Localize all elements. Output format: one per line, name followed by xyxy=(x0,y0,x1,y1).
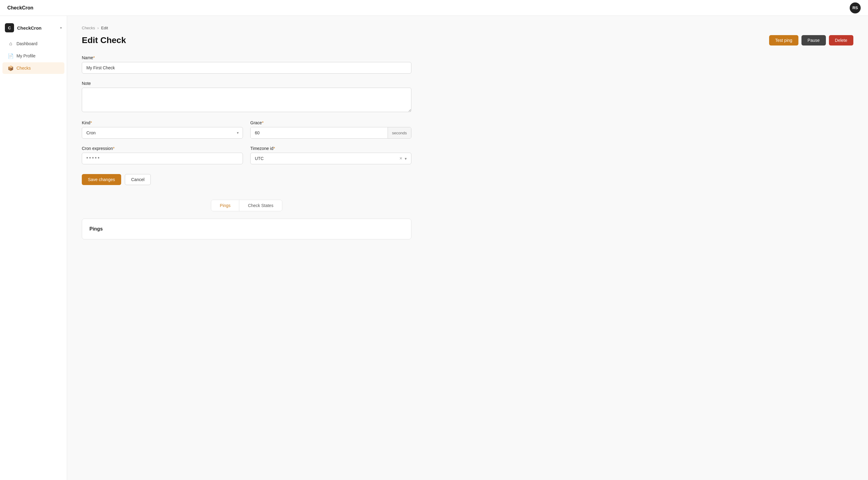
kind-label: Kind* xyxy=(82,120,243,125)
grace-input-wrapper: seconds xyxy=(250,127,411,139)
sidebar-brand-icon: C xyxy=(5,23,14,32)
topbar: CheckCron RS xyxy=(0,0,868,16)
profile-icon: 📄 xyxy=(8,53,13,59)
delete-button[interactable]: Delete xyxy=(829,35,854,46)
pings-card: Pings xyxy=(82,219,411,239)
pings-card-title: Pings xyxy=(89,226,404,232)
header-actions: Test ping Pause Delete xyxy=(769,35,854,46)
timezone-clear-icon[interactable]: × xyxy=(398,156,403,161)
name-input[interactable] xyxy=(82,62,411,73)
cancel-button[interactable]: Cancel xyxy=(125,174,151,185)
sidebar-brand-name: CheckCron xyxy=(17,25,41,31)
breadcrumb-checks[interactable]: Checks xyxy=(82,26,95,30)
sidebar-item-label-dashboard: Dashboard xyxy=(17,41,37,46)
timezone-input[interactable] xyxy=(254,153,398,164)
home-icon: ⌂ xyxy=(8,41,13,47)
form-actions: Save changes Cancel xyxy=(82,174,411,185)
app-logo: CheckCron xyxy=(7,5,33,11)
cron-timezone-row: Cron expression* Timezone id* × ▾ xyxy=(82,146,411,172)
name-label: Name* xyxy=(82,55,411,60)
page-title: Edit Check xyxy=(82,35,126,45)
sidebar-nav: ⌂ Dashboard 📄 My Profile 📦 Checks xyxy=(0,38,67,74)
timezone-field-group: Timezone id* × ▾ xyxy=(250,146,411,164)
tab-check-states[interactable]: Check States xyxy=(239,200,282,211)
sidebar-item-label-profile: My Profile xyxy=(17,54,35,58)
breadcrumb-edit: Edit xyxy=(101,26,108,30)
kind-select-wrapper: Cron Simple ▾ xyxy=(82,127,243,139)
breadcrumb: Checks › Edit xyxy=(82,26,854,30)
kind-select[interactable]: Cron Simple xyxy=(82,127,243,139)
main-content: Checks › Edit Edit Check Test ping Pause… xyxy=(67,16,868,480)
timezone-chevron-icon[interactable]: ▾ xyxy=(403,156,408,161)
tabs-section: Pings Check States Pings xyxy=(82,200,411,239)
tabs-container: Pings Check States xyxy=(211,200,282,211)
note-input[interactable] xyxy=(82,88,411,112)
tabs-bar: Pings Check States xyxy=(82,200,411,211)
sidebar: C CheckCron ▾ ⌂ Dashboard 📄 My Profile 📦… xyxy=(0,16,67,480)
grace-suffix: seconds xyxy=(388,127,411,138)
breadcrumb-separator: › xyxy=(97,26,99,30)
sidebar-item-label-checks: Checks xyxy=(17,66,31,70)
pause-button[interactable]: Pause xyxy=(802,35,826,46)
sidebar-item-my-profile[interactable]: 📄 My Profile xyxy=(2,50,64,62)
timezone-label: Timezone id* xyxy=(250,146,411,151)
cron-expression-input[interactable] xyxy=(82,153,243,164)
sidebar-brand[interactable]: C CheckCron ▾ xyxy=(0,21,67,37)
user-avatar[interactable]: RS xyxy=(850,2,861,13)
sidebar-chevron-icon: ▾ xyxy=(60,26,62,30)
cron-expression-field-group: Cron expression* xyxy=(82,146,243,164)
kind-field-group: Kind* Cron Simple ▾ xyxy=(82,120,243,139)
grace-field-group: Grace* seconds xyxy=(250,120,411,139)
grace-label: Grace* xyxy=(250,120,411,125)
note-label: Note xyxy=(82,81,411,86)
checks-icon: 📦 xyxy=(8,65,13,71)
name-field-group: Name* xyxy=(82,55,411,73)
note-field-group: Note xyxy=(82,81,411,113)
sidebar-item-dashboard[interactable]: ⌂ Dashboard xyxy=(2,38,64,50)
edit-check-form: Name* Note Kind* Cron Simp xyxy=(82,55,411,185)
grace-input[interactable] xyxy=(251,127,388,138)
cron-expression-label: Cron expression* xyxy=(82,146,243,151)
page-header: Edit Check Test ping Pause Delete xyxy=(82,35,854,46)
kind-grace-row: Kind* Cron Simple ▾ Grace* xyxy=(82,120,411,146)
tab-pings[interactable]: Pings xyxy=(211,200,239,211)
sidebar-item-checks[interactable]: 📦 Checks xyxy=(2,62,64,74)
save-changes-button[interactable]: Save changes xyxy=(82,174,121,185)
test-ping-button[interactable]: Test ping xyxy=(769,35,798,46)
timezone-input-wrapper: × ▾ xyxy=(250,153,411,164)
